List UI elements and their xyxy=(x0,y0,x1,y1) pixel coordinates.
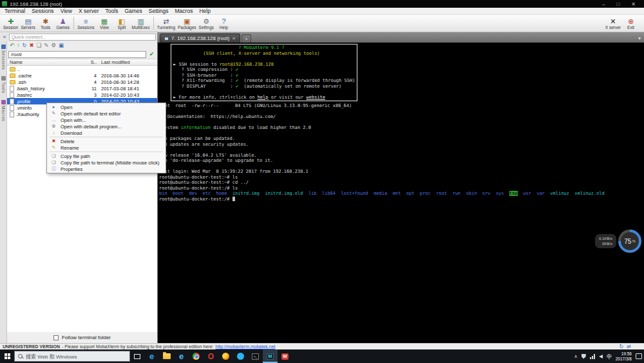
menu-item-terminal[interactable]: Terminal xyxy=(1,8,28,14)
taskbar-clock[interactable]: 19:56 2017/3/8 xyxy=(616,351,632,361)
action-center-icon[interactable] xyxy=(636,353,642,359)
context-menu-item-label: Open with default text editor xyxy=(61,111,120,117)
up-icon[interactable]: ↑ xyxy=(17,43,19,48)
context-menu-item-properties[interactable]: ⓘProperties xyxy=(48,166,165,172)
language-indicator[interactable]: 中 xyxy=(607,353,612,360)
copy-icon[interactable]: ❏ xyxy=(37,43,42,48)
network-icon[interactable] xyxy=(590,354,595,359)
refresh-icon[interactable]: ↻ xyxy=(22,43,26,48)
taskbar-app-mobaxterm[interactable]: M xyxy=(263,349,278,363)
toolbar-button-tools[interactable]: ✱Tools xyxy=(37,15,54,32)
back-icon[interactable]: ↶ xyxy=(10,43,14,48)
transparency-percent: 75 xyxy=(624,238,631,245)
context-menu-item-download[interactable]: ↓Download xyxy=(48,130,165,136)
tab-list-icon[interactable]: ▾ xyxy=(638,35,644,43)
file-row-bashrc[interactable]: .bashrc32014-02-20 10:43 xyxy=(7,92,157,98)
view-icon: ▦ xyxy=(101,17,108,25)
menu-item-tools[interactable]: Tools xyxy=(102,8,122,14)
column-header-modified[interactable]: Last modified xyxy=(99,59,157,65)
transparency-dial[interactable]: 75% xyxy=(618,230,641,253)
display-status-icon[interactable]: ⇄ xyxy=(627,344,631,349)
toolbar-button-x-server[interactable]: ✕X server xyxy=(604,15,622,32)
minimize-button[interactable]: – xyxy=(602,1,605,7)
path-input[interactable]: /root/ xyxy=(8,51,146,58)
context-menu-item-open-with[interactable]: …Open with... xyxy=(48,117,165,123)
folder-icon xyxy=(10,80,15,84)
column-header-name[interactable]: Name xyxy=(7,59,79,65)
tray-expand-icon[interactable]: ∧ xyxy=(574,354,578,359)
sidebar-tab-tools[interactable]: Tools xyxy=(1,76,6,93)
toolbar-button-packages[interactable]: ▣Packages xyxy=(176,15,198,32)
taskbar-app-firefox[interactable] xyxy=(218,349,233,363)
context-menu-item-rename[interactable]: ✎Rename xyxy=(48,144,165,151)
terminal-line: System information disabled due to load … xyxy=(159,125,644,131)
taskbar-app-cmd[interactable]: >_ xyxy=(248,349,263,363)
stop-icon[interactable]: ✖ xyxy=(30,43,34,48)
collapse-sidebar-icon[interactable]: « xyxy=(1,34,8,40)
context-menu-item-open-with-default-program[interactable]: ⚙Open with default program... xyxy=(48,123,165,130)
toolbar-button-servers[interactable]: ▤Servers xyxy=(19,15,37,32)
file-row-cache[interactable]: .cache42016-08-30 14:46 xyxy=(7,72,157,79)
context-menu-item-copy-file-path-to-terminal-middle-mouse-click[interactable]: ❏Copy file path to terminal (Middle mous… xyxy=(48,159,165,166)
taskbar-app-wps[interactable]: W xyxy=(278,349,292,363)
toolbar-button-sessions[interactable]: ≡Sessions xyxy=(76,15,95,32)
context-menu-item-delete[interactable]: ✖Delete xyxy=(48,138,165,144)
file-row-bash-history[interactable]: .bash_history112017-03-08 18:41 xyxy=(7,85,157,92)
maximize-button[interactable]: □ xyxy=(616,1,620,7)
column-header-size[interactable]: S.. xyxy=(79,59,99,65)
follow-terminal-folder-checkbox[interactable] xyxy=(53,335,59,340)
task-view-button[interactable] xyxy=(130,349,144,363)
start-button[interactable] xyxy=(0,349,14,363)
menu-item-help[interactable]: Help xyxy=(196,8,213,14)
menu-item-view[interactable]: View xyxy=(57,8,75,14)
taskbar-search[interactable]: 搜索 Web 和 Windows xyxy=(14,351,130,362)
menu-item-settings[interactable]: Settings xyxy=(146,8,172,14)
context-menu-item-copy-file-path[interactable]: ❏Copy file path xyxy=(48,153,165,159)
app-icon xyxy=(2,1,7,6)
menu-item-games[interactable]: Games xyxy=(121,8,145,14)
context-menu-item-open[interactable]: ▸Open xyxy=(48,104,165,110)
toolbar-button-session[interactable]: ✚Session xyxy=(2,15,19,32)
new-tab-button[interactable]: + xyxy=(242,34,251,43)
toolbar-button-games[interactable]: ♟Games xyxy=(54,15,71,32)
taskbar-app-opera[interactable]: O xyxy=(204,349,218,363)
close-button[interactable]: ✕ xyxy=(631,1,636,7)
refresh-status-icon[interactable]: ↻ xyxy=(620,344,624,349)
terminal-text: website xyxy=(307,95,326,100)
settings2-icon[interactable]: ⚙ xyxy=(51,43,56,48)
edit-icon[interactable]: ✎ xyxy=(44,43,48,48)
menu-item-x-server[interactable]: X server xyxy=(75,8,102,14)
toolbar-button-help[interactable]: ?Help xyxy=(215,15,232,32)
file-row-ssh[interactable]: .ssh42016-08-30 14:28 xyxy=(7,79,157,85)
menu-item-sessions[interactable]: Sessions xyxy=(28,8,57,14)
chrome-icon xyxy=(193,353,200,360)
mobatek-link[interactable]: http://mobaxterm.mobatek.net xyxy=(215,344,275,349)
defender-icon[interactable] xyxy=(582,354,586,359)
file-row-parent[interactable]: .. xyxy=(7,66,157,72)
taskbar-app-chrome[interactable] xyxy=(189,349,204,363)
taskbar-app-messenger[interactable] xyxy=(233,349,248,363)
toolbar-button-multiexec[interactable]: ▥MultiExec xyxy=(131,15,151,32)
go-path-icon[interactable]: ✔ xyxy=(147,51,156,58)
toolbar-button-view[interactable]: ▦View xyxy=(96,15,113,32)
menu-item-macros[interactable]: Macros xyxy=(172,8,196,14)
tab-close-icon[interactable]: ✕ xyxy=(232,36,236,41)
network-speed-widget[interactable]: 0.1KB/s 0KB/s 75% xyxy=(595,230,641,253)
terminal-text: root@ubuntu-docker-test:~# ls xyxy=(159,175,238,180)
monitor-icon[interactable]: ▣ xyxy=(59,43,64,48)
context-menu-item-open-with-default-text-editor[interactable]: ✎Open with default text editor xyxy=(48,110,165,117)
terminal-text xyxy=(477,191,482,196)
terminal-tab[interactable]: 7. 192.168.238.128 (root) ✕ xyxy=(160,34,240,43)
toolbar-button-exit[interactable]: ⊗Exit xyxy=(622,15,639,32)
quick-connect-input[interactable]: Quick connect... xyxy=(9,34,156,41)
toolbar-button-tunneling[interactable]: ⇄Tunneling xyxy=(156,15,176,32)
volume-icon[interactable] xyxy=(599,355,603,358)
taskbar-app-explorer[interactable] xyxy=(159,349,174,363)
terminal[interactable]: ? MobaXterm 9.1 ? (SSH client, X-server … xyxy=(158,43,644,343)
taskbar-app-ie[interactable]: e xyxy=(174,349,189,363)
taskbar-app-edge[interactable]: e xyxy=(144,349,159,363)
sidebar-tab-sessions[interactable]: Sessions xyxy=(1,44,6,70)
sidebar-tab-macros[interactable]: Macros xyxy=(1,100,6,121)
toolbar-button-settings[interactable]: ⚙Settings xyxy=(198,15,216,32)
toolbar-button-split[interactable]: ◧Split xyxy=(113,15,131,32)
